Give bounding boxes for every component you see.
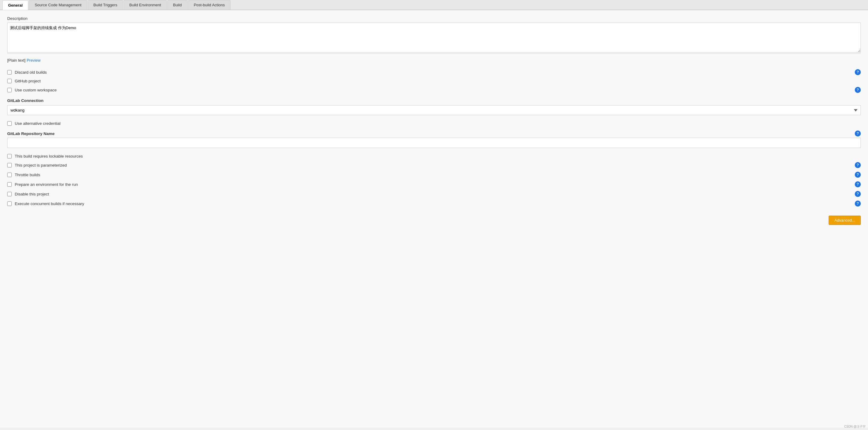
use-alternative-credential-label[interactable]: Use alternative credential xyxy=(15,121,60,126)
tab-build-triggers[interactable]: Build Triggers xyxy=(88,0,123,10)
checkbox-row-parameterized: This project is parameterized ? xyxy=(7,160,861,170)
throttle-builds-help-icon[interactable]: ? xyxy=(855,172,861,178)
github-project-label[interactable]: GitHub project xyxy=(15,79,40,83)
tab-build[interactable]: Build xyxy=(167,0,188,10)
checkbox-row-discard-old-builds: Discard old builds ? xyxy=(7,67,861,77)
checkbox-left: Discard old builds xyxy=(7,70,47,74)
checkbox-row-prepare-environment: Prepare an environment for the run ? xyxy=(7,180,861,189)
parameterized-checkbox[interactable] xyxy=(7,163,12,167)
description-section: Description xyxy=(7,16,861,54)
throttle-builds-label[interactable]: Throttle builds xyxy=(15,173,40,177)
checkbox-left: This build requires lockable resources xyxy=(7,154,83,158)
checkbox-left: Throttle builds xyxy=(7,173,40,177)
preview-link[interactable]: Preview xyxy=(27,58,40,63)
checkbox-left: Prepare an environment for the run xyxy=(7,182,78,187)
github-project-checkbox[interactable] xyxy=(7,79,12,83)
parameterized-help-icon[interactable]: ? xyxy=(855,162,861,168)
execute-concurrent-checkbox[interactable] xyxy=(7,202,12,206)
gitlab-repo-name-input[interactable] xyxy=(7,138,861,148)
tabs-bar: GeneralSource Code ManagementBuild Trigg… xyxy=(0,0,868,10)
discard-old-builds-label[interactable]: Discard old builds xyxy=(15,70,47,74)
lockable-resources-label[interactable]: This build requires lockable resources xyxy=(15,154,83,158)
description-textarea[interactable] xyxy=(7,23,861,53)
gitlab-connection-section: GitLab Connection wdkang xyxy=(7,98,861,115)
prepare-environment-help-icon[interactable]: ? xyxy=(855,181,861,187)
checkbox-row-use-alternative-credential: Use alternative credential xyxy=(7,119,861,127)
checkbox-left: Use custom workspace xyxy=(7,88,57,92)
tab-post-build-actions[interactable]: Post-build Actions xyxy=(188,0,230,10)
checkbox-left: Use alternative credential xyxy=(7,121,60,126)
plain-text-row: [Plain text] Preview xyxy=(7,58,861,63)
execute-concurrent-label[interactable]: Execute concurrent builds if necessary xyxy=(15,202,84,206)
use-custom-workspace-checkbox[interactable] xyxy=(7,88,12,92)
checkbox-row-github-project: GitHub project xyxy=(7,77,861,85)
gitlab-connection-select-wrapper: wdkang xyxy=(7,105,861,115)
tab-build-environment[interactable]: Build Environment xyxy=(124,0,167,10)
checkbox-row-lockable-resources: This build requires lockable resources xyxy=(7,152,861,160)
checkbox-left: GitHub project xyxy=(7,79,40,83)
disable-project-label[interactable]: Disable this project xyxy=(15,192,49,196)
checkbox-left: Execute concurrent builds if necessary xyxy=(7,202,84,206)
checkbox-row-execute-concurrent: Execute concurrent builds if necessary ? xyxy=(7,199,861,208)
advanced-btn-row: Advanced... xyxy=(7,216,861,225)
gitlab-connection-select[interactable]: wdkang xyxy=(7,105,861,115)
checkbox-row-throttle-builds: Throttle builds ? xyxy=(7,170,861,180)
use-alternative-credential-checkbox[interactable] xyxy=(7,121,12,126)
execute-concurrent-help-icon[interactable]: ? xyxy=(855,201,861,207)
footer-watermark: CSDN @汪子宇 xyxy=(844,425,866,428)
tab-source-code-management[interactable]: Source Code Management xyxy=(29,0,87,10)
parameterized-label[interactable]: This project is parameterized xyxy=(15,163,67,167)
prepare-environment-label[interactable]: Prepare an environment for the run xyxy=(15,182,78,187)
checkbox-row-use-custom-workspace: Use custom workspace ? xyxy=(7,85,861,95)
discard-old-builds-checkbox[interactable] xyxy=(7,70,12,74)
tab-general[interactable]: General xyxy=(2,0,28,10)
lockable-resources-checkbox[interactable] xyxy=(7,154,12,158)
advanced-button[interactable]: Advanced... xyxy=(829,216,861,225)
plain-text-label: [Plain text] xyxy=(7,58,26,63)
throttle-builds-checkbox[interactable] xyxy=(7,173,12,177)
use-custom-workspace-label[interactable]: Use custom workspace xyxy=(15,88,57,92)
disable-project-checkbox[interactable] xyxy=(7,192,12,196)
use-custom-workspace-help-icon[interactable]: ? xyxy=(855,87,861,93)
gitlab-connection-label: GitLab Connection xyxy=(7,98,861,103)
checkbox-row-disable-project: Disable this project ? xyxy=(7,189,861,199)
gitlab-repo-name-row: GitLab Repository Name ? xyxy=(7,130,861,136)
description-label: Description xyxy=(7,16,861,21)
checkbox-left: Disable this project xyxy=(7,192,49,196)
main-content: Description [Plain text] Preview Discard… xyxy=(0,10,868,428)
prepare-environment-checkbox[interactable] xyxy=(7,182,12,187)
discard-old-builds-help-icon[interactable]: ? xyxy=(855,69,861,75)
gitlab-repo-name-help-icon[interactable]: ? xyxy=(855,130,861,136)
disable-project-help-icon[interactable]: ? xyxy=(855,191,861,197)
gitlab-repo-name-label: GitLab Repository Name xyxy=(7,131,55,136)
checkbox-left: This project is parameterized xyxy=(7,163,67,167)
gitlab-repo-name-section: GitLab Repository Name ? xyxy=(7,130,861,148)
